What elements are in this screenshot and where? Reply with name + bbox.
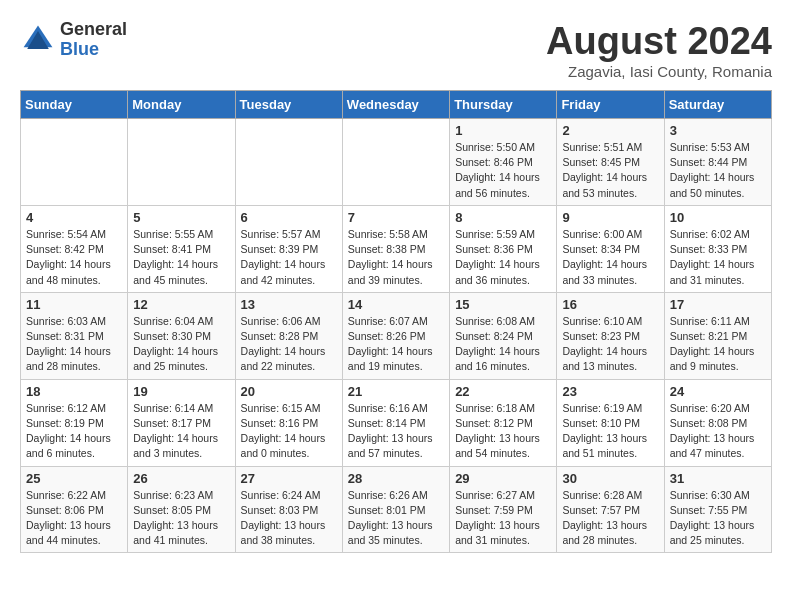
weekday-header-tuesday: Tuesday [235,91,342,119]
day-number: 7 [348,210,444,225]
day-info: Sunrise: 5:54 AM Sunset: 8:42 PM Dayligh… [26,227,122,288]
weekday-header-monday: Monday [128,91,235,119]
day-info: Sunrise: 6:03 AM Sunset: 8:31 PM Dayligh… [26,314,122,375]
day-cell: 1Sunrise: 5:50 AM Sunset: 8:46 PM Daylig… [450,119,557,206]
week-row-5: 25Sunrise: 6:22 AM Sunset: 8:06 PM Dayli… [21,466,772,553]
day-number: 16 [562,297,658,312]
day-number: 11 [26,297,122,312]
day-info: Sunrise: 6:16 AM Sunset: 8:14 PM Dayligh… [348,401,444,462]
day-number: 12 [133,297,229,312]
day-cell: 18Sunrise: 6:12 AM Sunset: 8:19 PM Dayli… [21,379,128,466]
day-cell: 22Sunrise: 6:18 AM Sunset: 8:12 PM Dayli… [450,379,557,466]
day-info: Sunrise: 5:58 AM Sunset: 8:38 PM Dayligh… [348,227,444,288]
calendar: SundayMondayTuesdayWednesdayThursdayFrid… [20,90,772,553]
week-row-2: 4Sunrise: 5:54 AM Sunset: 8:42 PM Daylig… [21,205,772,292]
day-info: Sunrise: 6:00 AM Sunset: 8:34 PM Dayligh… [562,227,658,288]
day-info: Sunrise: 5:53 AM Sunset: 8:44 PM Dayligh… [670,140,766,201]
day-cell: 8Sunrise: 5:59 AM Sunset: 8:36 PM Daylig… [450,205,557,292]
day-cell: 9Sunrise: 6:00 AM Sunset: 8:34 PM Daylig… [557,205,664,292]
day-cell: 23Sunrise: 6:19 AM Sunset: 8:10 PM Dayli… [557,379,664,466]
day-info: Sunrise: 6:26 AM Sunset: 8:01 PM Dayligh… [348,488,444,549]
weekday-header-wednesday: Wednesday [342,91,449,119]
subtitle: Zagavia, Iasi County, Romania [546,63,772,80]
day-cell [128,119,235,206]
week-row-1: 1Sunrise: 5:50 AM Sunset: 8:46 PM Daylig… [21,119,772,206]
day-cell: 27Sunrise: 6:24 AM Sunset: 8:03 PM Dayli… [235,466,342,553]
day-cell: 11Sunrise: 6:03 AM Sunset: 8:31 PM Dayli… [21,292,128,379]
day-number: 10 [670,210,766,225]
day-cell [235,119,342,206]
day-number: 1 [455,123,551,138]
logo-text: General Blue [60,20,127,60]
day-number: 23 [562,384,658,399]
day-info: Sunrise: 6:08 AM Sunset: 8:24 PM Dayligh… [455,314,551,375]
day-cell: 28Sunrise: 6:26 AM Sunset: 8:01 PM Dayli… [342,466,449,553]
weekday-header-saturday: Saturday [664,91,771,119]
title-area: August 2024 Zagavia, Iasi County, Romani… [546,20,772,80]
day-number: 27 [241,471,337,486]
day-info: Sunrise: 6:22 AM Sunset: 8:06 PM Dayligh… [26,488,122,549]
day-number: 4 [26,210,122,225]
day-cell [21,119,128,206]
day-info: Sunrise: 6:19 AM Sunset: 8:10 PM Dayligh… [562,401,658,462]
day-cell: 31Sunrise: 6:30 AM Sunset: 7:55 PM Dayli… [664,466,771,553]
day-cell: 24Sunrise: 6:20 AM Sunset: 8:08 PM Dayli… [664,379,771,466]
weekday-header-row: SundayMondayTuesdayWednesdayThursdayFrid… [21,91,772,119]
day-info: Sunrise: 5:50 AM Sunset: 8:46 PM Dayligh… [455,140,551,201]
day-cell: 26Sunrise: 6:23 AM Sunset: 8:05 PM Dayli… [128,466,235,553]
day-cell: 21Sunrise: 6:16 AM Sunset: 8:14 PM Dayli… [342,379,449,466]
day-number: 15 [455,297,551,312]
day-info: Sunrise: 6:06 AM Sunset: 8:28 PM Dayligh… [241,314,337,375]
day-cell: 12Sunrise: 6:04 AM Sunset: 8:30 PM Dayli… [128,292,235,379]
logo-blue-text: Blue [60,40,127,60]
day-number: 13 [241,297,337,312]
day-number: 30 [562,471,658,486]
day-number: 2 [562,123,658,138]
day-number: 17 [670,297,766,312]
day-number: 21 [348,384,444,399]
day-info: Sunrise: 6:23 AM Sunset: 8:05 PM Dayligh… [133,488,229,549]
day-number: 6 [241,210,337,225]
day-number: 5 [133,210,229,225]
day-number: 19 [133,384,229,399]
day-info: Sunrise: 5:59 AM Sunset: 8:36 PM Dayligh… [455,227,551,288]
day-number: 18 [26,384,122,399]
weekday-header-friday: Friday [557,91,664,119]
day-info: Sunrise: 6:28 AM Sunset: 7:57 PM Dayligh… [562,488,658,549]
day-cell: 10Sunrise: 6:02 AM Sunset: 8:33 PM Dayli… [664,205,771,292]
day-info: Sunrise: 6:20 AM Sunset: 8:08 PM Dayligh… [670,401,766,462]
day-cell: 3Sunrise: 5:53 AM Sunset: 8:44 PM Daylig… [664,119,771,206]
weekday-header-sunday: Sunday [21,91,128,119]
day-cell: 6Sunrise: 5:57 AM Sunset: 8:39 PM Daylig… [235,205,342,292]
day-info: Sunrise: 5:55 AM Sunset: 8:41 PM Dayligh… [133,227,229,288]
day-cell: 7Sunrise: 5:58 AM Sunset: 8:38 PM Daylig… [342,205,449,292]
weekday-header-thursday: Thursday [450,91,557,119]
day-cell: 29Sunrise: 6:27 AM Sunset: 7:59 PM Dayli… [450,466,557,553]
day-number: 25 [26,471,122,486]
day-number: 31 [670,471,766,486]
day-info: Sunrise: 6:18 AM Sunset: 8:12 PM Dayligh… [455,401,551,462]
day-cell: 4Sunrise: 5:54 AM Sunset: 8:42 PM Daylig… [21,205,128,292]
week-row-3: 11Sunrise: 6:03 AM Sunset: 8:31 PM Dayli… [21,292,772,379]
day-cell: 19Sunrise: 6:14 AM Sunset: 8:17 PM Dayli… [128,379,235,466]
day-number: 22 [455,384,551,399]
day-number: 24 [670,384,766,399]
day-info: Sunrise: 6:12 AM Sunset: 8:19 PM Dayligh… [26,401,122,462]
day-number: 26 [133,471,229,486]
day-number: 9 [562,210,658,225]
day-number: 3 [670,123,766,138]
day-info: Sunrise: 6:30 AM Sunset: 7:55 PM Dayligh… [670,488,766,549]
day-info: Sunrise: 6:27 AM Sunset: 7:59 PM Dayligh… [455,488,551,549]
day-number: 20 [241,384,337,399]
logo: General Blue [20,20,127,60]
day-number: 14 [348,297,444,312]
day-cell: 5Sunrise: 5:55 AM Sunset: 8:41 PM Daylig… [128,205,235,292]
day-number: 28 [348,471,444,486]
day-cell: 14Sunrise: 6:07 AM Sunset: 8:26 PM Dayli… [342,292,449,379]
day-number: 8 [455,210,551,225]
day-info: Sunrise: 6:07 AM Sunset: 8:26 PM Dayligh… [348,314,444,375]
day-info: Sunrise: 6:04 AM Sunset: 8:30 PM Dayligh… [133,314,229,375]
day-cell: 15Sunrise: 6:08 AM Sunset: 8:24 PM Dayli… [450,292,557,379]
day-cell: 2Sunrise: 5:51 AM Sunset: 8:45 PM Daylig… [557,119,664,206]
month-title: August 2024 [546,20,772,63]
